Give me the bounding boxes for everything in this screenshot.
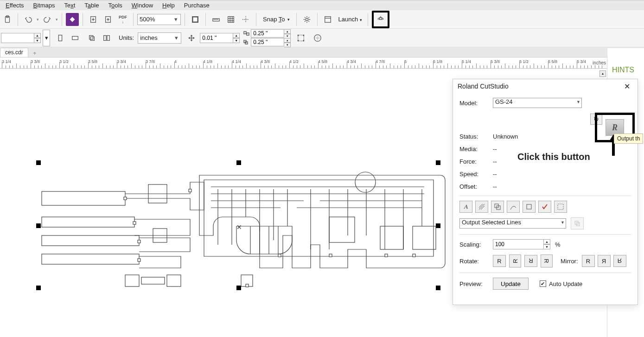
menu-effects[interactable]: Effects [1,1,29,10]
tool-curve-icon[interactable] [507,201,520,213]
tool-rect-icon[interactable] [523,201,536,213]
coord-dropdown[interactable]: ▾ [43,30,50,46]
rulers-icon[interactable] [210,13,223,26]
dup-x-spinner[interactable]: ▴▾ [251,29,291,38]
options-icon[interactable] [300,13,313,26]
app-launcher-icon[interactable] [321,13,334,26]
document-tabstrip: ces.cdr + [0,47,644,57]
svg-rect-43 [138,259,140,261]
svg-rect-13 [90,37,94,40]
launch-dropdown[interactable]: Launch ▾ [336,16,363,23]
guides-icon[interactable] [239,13,252,26]
facing-pages-icon[interactable] [100,32,113,45]
pdf-export-icon[interactable]: PDF↓ [116,13,129,26]
tool-select-icon[interactable] [554,201,567,213]
svg-rect-30 [42,191,125,205]
bounding-box-icon[interactable] [294,32,307,45]
output-mode-select[interactable]: Output Selected Lines▼ [459,218,566,229]
nudge-spinner[interactable]: ▲▼ [200,33,240,43]
x-position-spinner[interactable]: ▲▼ [1,33,41,43]
tool-a-icon[interactable]: A [459,201,472,213]
scaling-label: Scaling: [459,241,493,248]
svg-rect-26 [413,226,436,249]
speed-label: Speed: [459,171,493,178]
close-icon[interactable]: ✕ [621,81,633,92]
svg-rect-38 [167,275,181,286]
menu-help[interactable]: Help [158,1,179,10]
portrait-icon[interactable] [54,32,67,45]
app-icon[interactable] [66,13,79,26]
zoom-combo[interactable]: 500%▾ [137,14,181,25]
status-label: Status: [459,133,493,140]
tool-hatch-icon[interactable] [475,201,488,213]
svg-rect-17 [247,33,249,35]
tool-shape-icon[interactable] [491,201,504,213]
add-tab-button[interactable]: + [30,49,39,57]
nudge-icon[interactable] [185,32,198,45]
model-select[interactable]: GS-24▼ [493,98,582,108]
mirror-y-button[interactable]: R [613,255,626,267]
svg-rect-48 [385,254,388,257]
undo-icon[interactable] [22,13,35,26]
svg-rect-31 [42,217,134,227]
menu-text[interactable]: Text [59,1,80,10]
mirror-x-button[interactable]: Я [598,255,611,267]
rotate-270-button[interactable]: R [541,254,553,267]
svg-rect-47 [329,254,332,257]
paste-icon[interactable] [1,13,14,26]
menu-window[interactable]: Window [127,1,158,10]
landscape-icon[interactable] [69,32,82,45]
offset-label: Offset: [459,183,493,190]
fullscreen-icon[interactable] [189,13,202,26]
duplicate-icon[interactable] [85,32,98,45]
svg-rect-6 [193,17,198,21]
menu-purchase[interactable]: Purchase [179,1,214,10]
dup-y-icon [243,40,250,45]
dup-y-spinner[interactable]: ▴▾ [251,38,291,46]
property-bar: ▲▼ ▾ Units: inches▾ ▲▼ ▴▾ ▴▾ [0,29,644,47]
menu-bitmaps[interactable]: Bitmaps [29,1,60,10]
svg-rect-22 [303,34,305,36]
menu-table[interactable]: Table [80,1,103,10]
media-value: -- [493,146,497,153]
svg-rect-24 [303,40,305,41]
rotate-label: Rotate: [459,258,493,265]
auto-update-checkbox[interactable]: ✔Auto Update [540,280,582,287]
svg-rect-46 [278,254,281,257]
cutstudio-plugin-icon[interactable] [372,11,389,28]
scaling-spinner[interactable]: ▲▼ [493,239,550,249]
mirror-none-button[interactable]: R [582,255,595,267]
scroll-up-button[interactable]: ▴ [599,70,606,77]
menu-tools[interactable]: Tools [103,1,127,10]
dup-x-icon [243,31,250,36]
rotate-0-button[interactable]: R [493,255,506,267]
document-tab[interactable]: ces.cdr [0,48,28,57]
svg-rect-44 [189,189,191,192]
force-label: Force: [459,158,493,165]
grid-icon[interactable] [224,13,237,26]
tool-check-icon[interactable] [538,201,551,213]
svg-rect-52 [527,204,531,209]
svg-rect-37 [141,277,165,284]
snap-to-dropdown[interactable]: Snap To▾ [260,16,293,23]
mirror-label: Mirror: [561,258,578,265]
rotate-90-button[interactable]: R [509,254,521,267]
svg-rect-53 [558,204,563,210]
svg-rect-49 [413,254,415,257]
export-icon[interactable] [102,13,115,26]
svg-rect-12 [89,35,93,39]
units-combo[interactable]: inches▾ [138,32,181,44]
svg-rect-33 [42,254,139,264]
copy-settings-icon [571,217,584,229]
rotate-180-button[interactable]: R [524,255,537,267]
import-icon[interactable] [87,13,100,26]
svg-rect-16 [244,32,246,34]
svg-rect-45 [246,284,249,287]
annotation-text: Click this button [517,152,590,162]
hints-title: HINTS [607,59,644,74]
update-button[interactable]: Update [493,278,529,290]
redo-icon[interactable] [41,13,54,26]
add-icon[interactable] [311,32,324,45]
svg-rect-14 [104,35,106,40]
units-label: Units: [117,34,136,41]
